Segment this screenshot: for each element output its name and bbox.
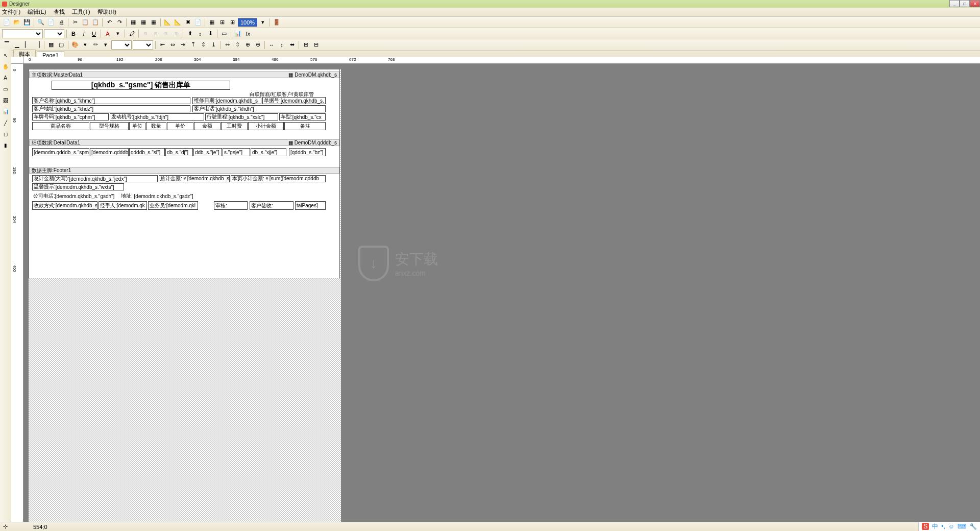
total-cn[interactable]: 总计金额(大写):[demodm.qkhdb_s."jedx"] (32, 175, 158, 182)
highlight-button[interactable]: 🖍 (127, 29, 136, 38)
border-bottom-button[interactable]: ▁ (12, 40, 21, 50)
page-button[interactable]: 📄 (193, 18, 203, 27)
insert-obj-button[interactable]: 📐 (173, 18, 182, 27)
cust-tel[interactable]: 客户电话:[qkhdb_s."khdh"] (192, 105, 326, 112)
insert-field-button[interactable]: 📊 (233, 29, 242, 38)
italic-button[interactable]: I (79, 29, 88, 38)
border-left-button[interactable]: ▏ (22, 40, 32, 50)
menu-edit[interactable]: 编辑(E) (28, 8, 46, 16)
car-model[interactable]: 车型:[qkhdb_s."cx (279, 113, 326, 120)
font-family-select[interactable] (2, 29, 43, 38)
menu-tools[interactable]: 工具(T) (72, 8, 90, 16)
align-l-button[interactable]: ⇤ (158, 40, 167, 50)
space-h-button[interactable]: ⇿ (223, 40, 232, 50)
td-4[interactable]: ddb_s."je"] (193, 148, 222, 156)
zoom-dropdown[interactable]: ▾ (258, 18, 267, 27)
th-1[interactable]: 型号规格 (90, 122, 129, 130)
print-button[interactable]: 🖨 (57, 18, 66, 27)
th-7[interactable]: 小计金额 (248, 122, 284, 130)
undo-button[interactable]: ↶ (105, 18, 114, 27)
line-dropdown[interactable]: ▾ (101, 40, 110, 50)
th-2[interactable]: 单位 (129, 122, 145, 130)
td-0[interactable]: [demodm.qdddb_s."spmc"] (32, 148, 89, 156)
page-subtotal[interactable]: 本页小计金额:￥[sum([demodm.qdddb (231, 175, 326, 182)
open-button[interactable]: 📂 (12, 18, 21, 27)
band-footer-header[interactable]: 数据主脚:Footer1 (29, 167, 339, 174)
bold-button[interactable]: B (69, 29, 78, 38)
punct-icon[interactable]: •, (941, 523, 945, 530)
cut-button[interactable]: ✂ (70, 18, 80, 27)
addr[interactable]: 地址: [demodm.qkhdb_s."gsdz"] (120, 192, 202, 200)
new-button[interactable]: 📄 (2, 18, 11, 27)
align-left-button[interactable]: ≡ (141, 29, 150, 38)
border-right-button[interactable]: ▕ (33, 40, 42, 50)
same-size-button[interactable]: ⬌ (287, 40, 297, 50)
mileage[interactable]: 行驶里程:[qkhdb_s."xslc"] (205, 113, 278, 120)
line-tool[interactable]: ╱ (1, 118, 10, 127)
menu-file[interactable]: 文件(F) (2, 8, 20, 16)
picture-tool[interactable]: 🖼 (1, 95, 10, 105)
th-8[interactable]: 备注 (284, 122, 326, 130)
exit-button[interactable]: 🚪 (272, 18, 281, 27)
pages[interactable]: talPages] (295, 201, 326, 210)
space-v-button[interactable]: ⇳ (233, 40, 242, 50)
font-size-select[interactable] (44, 29, 64, 38)
font-color-dropdown[interactable]: ▾ (113, 29, 122, 38)
th-6[interactable]: 工时费 (221, 122, 248, 130)
line-color-button[interactable]: ✏ (91, 40, 100, 50)
th-3[interactable]: 数量 (146, 122, 166, 130)
border-all-button[interactable]: ▦ (46, 40, 56, 50)
tips[interactable]: 温馨提示:[demodm.qkhdb_s."wxts"] (32, 183, 124, 190)
page-setup-button[interactable]: 📄 (46, 18, 56, 27)
delete-button[interactable]: ✖ (183, 18, 192, 27)
frame-button[interactable]: ▭ (219, 29, 229, 38)
same-height-button[interactable]: ↕ (277, 40, 286, 50)
same-width-button[interactable]: ↔ (267, 40, 276, 50)
align-justify-button[interactable]: ≡ (172, 29, 181, 38)
th-4[interactable]: 单价 (167, 122, 193, 130)
fill-color-button[interactable]: 🎨 (70, 40, 80, 50)
handler[interactable]: 经手人:[demodm.qk (99, 201, 147, 210)
subreport-tool[interactable]: 📊 (1, 107, 10, 116)
insert-band-button[interactable]: 📐 (163, 18, 172, 27)
maximize-button[interactable]: □ (960, 0, 970, 7)
keyboard-icon[interactable]: ⌨ (958, 523, 966, 530)
company-tel[interactable]: 公司电话:[demodm.qkhdb_s."gsdh"] (32, 192, 119, 200)
td-2[interactable]: qdddb_s."sl"] (129, 148, 165, 156)
minimize-button[interactable]: _ (949, 0, 960, 7)
align-t-button[interactable]: ⤒ (188, 40, 198, 50)
preview-button[interactable]: 🔍 (36, 18, 45, 27)
settings-icon[interactable]: 🔧 (969, 523, 977, 530)
align-m-button[interactable]: ⇕ (199, 40, 208, 50)
border-top-button[interactable]: ▔ (2, 40, 11, 50)
valign-top-button[interactable]: ⬆ (185, 29, 194, 38)
valign-bottom-button[interactable]: ⬇ (206, 29, 215, 38)
send-back-button[interactable]: ▦ (139, 18, 148, 27)
report-title[interactable]: [qkhdb_s."gsmc"] 销售出库单 (52, 81, 230, 90)
ime-icon[interactable]: S (922, 523, 929, 530)
ungroup-button[interactable]: ⊟ (311, 40, 321, 50)
align-grid-button[interactable]: ⊞ (228, 18, 237, 27)
group-button[interactable]: ⊞ (301, 40, 310, 50)
fill-dropdown[interactable]: ▾ (81, 40, 90, 50)
border-none-button[interactable]: ▢ (57, 40, 66, 50)
cust-name[interactable]: 客户名称:[qkhdb_s."khmc"] (32, 97, 190, 104)
report-page[interactable]: 主项数据:MasterData1 ▦ DemoDM.qkhdb_s [qkhdb… (29, 69, 340, 278)
select-all-button[interactable]: ▦ (149, 18, 158, 27)
engine[interactable]: 发动机号:[qkhdb_s."fdjh"] (110, 113, 204, 120)
grid-button[interactable]: ▦ (207, 18, 216, 27)
td-7[interactable]: [qdddb_s."bz"] (289, 148, 326, 156)
sales[interactable]: 业务员:[demodm.qkl (148, 201, 198, 210)
emoji-icon[interactable]: ☺ (948, 523, 954, 530)
snap-button[interactable]: ⊞ (217, 18, 227, 27)
hand-tool[interactable]: ✋ (1, 62, 10, 71)
center-v-button[interactable]: ⊕ (253, 40, 262, 50)
band-master-header[interactable]: 主项数据:MasterData1 ▦ DemoDM.qkhdb_s (29, 71, 339, 78)
td-3[interactable]: db_s."dj"] (165, 148, 193, 156)
paste-button[interactable]: 📋 (91, 18, 100, 27)
valign-middle-button[interactable]: ↕ (195, 29, 205, 38)
cust-addr[interactable]: 客户地址:[qkhdb_s."khdz"] (32, 105, 190, 112)
text-tool[interactable]: A (1, 73, 10, 82)
align-center-button[interactable]: ≡ (151, 29, 160, 38)
repair-date[interactable]: 维修日期:[demodm.qkhdb_s (192, 97, 261, 104)
